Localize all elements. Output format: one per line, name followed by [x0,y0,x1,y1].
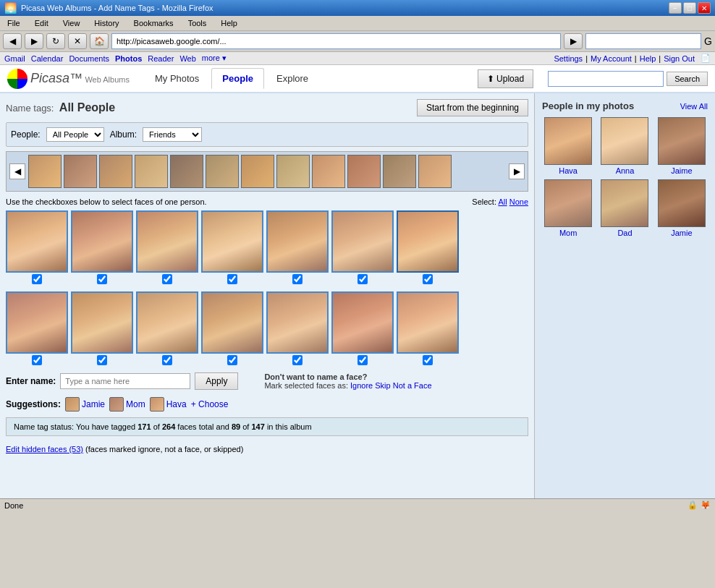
face-strip-thumb-10[interactable] [347,155,381,188]
face-strip-thumb-1[interactable] [28,155,62,188]
face-image-14[interactable] [397,291,459,354]
calendar-link[interactable]: Calendar [31,54,64,63]
status-album-total: 147 [251,422,264,431]
maximize-button[interactable]: □ [683,2,696,14]
face-strip-thumb-2[interactable] [64,155,97,188]
face-image-5[interactable] [266,210,329,273]
face-checkbox-10[interactable] [162,355,172,365]
skip-link[interactable]: Skip [375,381,390,390]
face-image-7[interactable] [397,210,459,273]
edit-hidden-faces-link[interactable]: Edit hidden faces (53) [6,445,83,453]
face-strip-thumb-11[interactable] [383,155,416,188]
upload-button[interactable]: ⬆ Upload [478,69,533,88]
face-checkbox-12[interactable] [292,355,302,365]
help-link[interactable]: Help [640,54,656,63]
my-account-link[interactable]: My Account [591,54,632,63]
person-anna[interactable]: Anna [598,117,651,175]
menu-edit[interactable]: Edit [30,17,53,29]
face-strip-prev[interactable]: ◀ [9,163,25,179]
face-checkbox-9[interactable] [97,355,107,365]
search-input[interactable] [548,71,664,87]
person-mom[interactable]: Mom [542,179,594,237]
face-strip-thumb-7[interactable] [241,155,274,188]
face-image-3[interactable] [136,210,198,273]
face-checkbox-5[interactable] [292,274,302,284]
back-button[interactable]: ◀ [3,33,22,49]
tab-my-photos[interactable]: My Photos [144,68,210,89]
face-checkbox-11[interactable] [227,355,237,365]
face-strip-thumb-12[interactable] [418,155,452,188]
face-strip-thumb-4[interactable] [135,155,168,188]
menu-view[interactable]: View [59,17,85,29]
close-button[interactable]: ✕ [698,2,711,14]
reload-button[interactable]: ↻ [46,33,65,49]
sign-out-link[interactable]: Sign Out [664,54,695,63]
face-checkbox-8[interactable] [32,355,42,365]
ignore-link[interactable]: Ignore [350,381,373,390]
person-jaime[interactable]: Jaime [656,117,708,175]
more-link[interactable]: more ▾ [202,54,227,63]
face-strip-thumb-9[interactable] [312,155,345,188]
album-filter-select[interactable]: Friends All Albums Family Vacation [143,127,202,142]
face-checkbox-1[interactable] [32,274,42,284]
home-button[interactable]: 🏠 [90,33,109,49]
face-checkbox-2[interactable] [97,274,107,284]
suggestion-jamie[interactable]: Jamie [65,397,105,412]
face-image-4[interactable] [201,210,263,273]
face-strip-thumb-6[interactable] [206,155,239,188]
face-image-6[interactable] [331,210,394,273]
search-engine-input[interactable] [585,33,701,49]
face-checkbox-13[interactable] [358,355,368,365]
web-link[interactable]: Web [179,54,195,63]
menu-tools[interactable]: Tools [184,17,211,29]
not-a-face-link[interactable]: Not a Face [393,381,432,390]
face-checkbox-6[interactable] [358,274,368,284]
photos-link[interactable]: Photos [115,54,142,63]
face-strip-thumb-5[interactable] [170,155,203,188]
choose-link[interactable]: + Choose [191,399,229,409]
menu-file[interactable]: File [3,17,25,29]
person-dad[interactable]: Dad [598,179,651,237]
menu-help[interactable]: Help [216,17,242,29]
face-image-13[interactable] [331,291,394,354]
tab-people[interactable]: People [211,68,264,89]
face-strip-next[interactable]: ▶ [509,163,525,179]
tab-explore[interactable]: Explore [266,68,319,89]
suggestion-mom[interactable]: Mom [109,397,145,412]
address-bar[interactable] [111,33,561,49]
people-filter-select[interactable]: All People Hava Anna Jaime Mom Dad Jamie [46,127,104,142]
select-all-link[interactable]: All [498,197,507,206]
person-jamie[interactable]: Jamie [656,179,708,237]
face-image-10[interactable] [136,291,198,354]
gmail-link[interactable]: Gmail [4,54,25,63]
reader-link[interactable]: Reader [148,54,174,63]
face-image-1[interactable] [6,210,68,273]
start-from-beginning-button[interactable]: Start from the beginning [417,99,528,116]
face-checkbox-7[interactable] [423,274,433,284]
search-button[interactable]: Search [667,72,708,86]
documents-link[interactable]: Documents [69,54,109,63]
suggestion-hava[interactable]: Hava [150,397,187,412]
face-image-8[interactable] [6,291,68,354]
minimize-button[interactable]: − [669,2,682,14]
face-image-9[interactable] [71,291,133,354]
view-all-link[interactable]: View All [680,102,708,111]
face-strip-thumb-8[interactable] [276,155,310,188]
forward-button[interactable]: ▶ [25,33,43,49]
face-checkbox-3[interactable] [162,274,172,284]
apply-button[interactable]: Apply [195,372,238,390]
face-image-12[interactable] [266,291,329,354]
name-input[interactable] [60,373,190,389]
menu-bookmarks[interactable]: Bookmarks [130,17,178,29]
stop-button[interactable]: ✕ [68,33,87,49]
face-image-11[interactable] [201,291,263,354]
menu-history[interactable]: History [90,17,123,29]
face-checkbox-14[interactable] [423,355,433,365]
face-strip-thumb-3[interactable] [99,155,132,188]
go-button[interactable]: ▶ [564,33,583,49]
person-hava[interactable]: Hava [542,117,594,175]
settings-link[interactable]: Settings [554,54,583,63]
select-none-link[interactable]: None [509,197,528,206]
face-checkbox-4[interactable] [227,274,237,284]
face-image-2[interactable] [71,210,133,273]
